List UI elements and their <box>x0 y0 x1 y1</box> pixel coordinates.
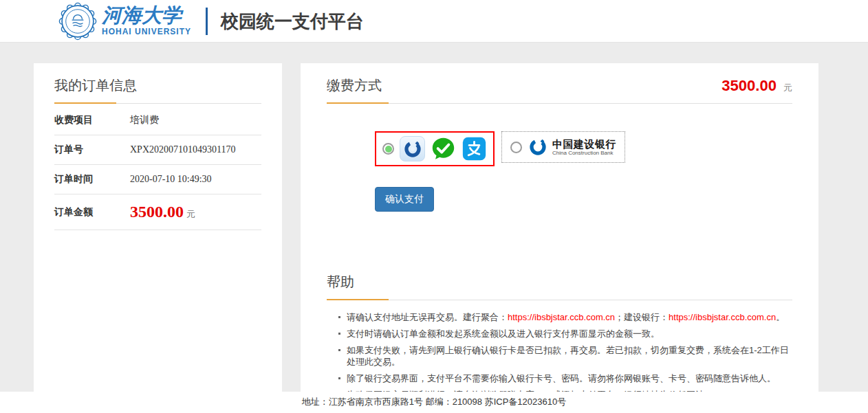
order-row-item: 订单时间 2020-07-10 10:49:30 <box>54 165 261 194</box>
payment-options-row: 中国建设银行 China Construction Bank <box>375 131 792 166</box>
payment-option-aggregate[interactable] <box>375 131 495 166</box>
header-divider <box>206 8 208 35</box>
university-name-en: HOHAI UNIVERSITY <box>102 26 205 37</box>
ccb-bank-logo-icon <box>528 137 548 157</box>
university-name-cn: 河海大学 <box>102 4 205 26</box>
page-title: 校园统一支付平台 <box>221 0 364 43</box>
confirm-payment-button[interactable]: 确认支付 <box>375 187 434 212</box>
help-item: 支付时请确认订单金额和发起系统金额以及进入银行支付界面显示的金额一致。 <box>338 328 792 339</box>
ccb-bank-name-cn: 中国建设银行 <box>552 138 616 150</box>
payment-amount: 3500.00 元 <box>721 77 792 95</box>
hohai-university-seal-icon <box>58 2 97 41</box>
order-row-value: 2020-07-10 10:49:30 <box>130 174 212 185</box>
order-row-item: 订单号 XPX202007101049301170 <box>54 135 261 165</box>
help-section-header: 帮助 <box>327 272 792 300</box>
payment-panel-title: 缴费方式 <box>327 76 382 95</box>
footer-address: 地址：江苏省南京市西康路1号 邮编：210098 苏ICP备12023610号 <box>0 392 868 412</box>
university-wordmark: 河海大学 HOHAI UNIVERSITY <box>102 4 205 37</box>
order-amount-value: 3500.00元 <box>130 203 195 221</box>
ccb-app-icon <box>400 136 425 161</box>
help-item: 如果支付失败，请先到网上银行确认银行卡是否已扣款，再交易。若已扣款，切勿重复交费… <box>338 344 792 368</box>
alipay-icon <box>462 136 487 161</box>
help-item-text: 请确认支付地址无误再交易。建行聚合： <box>347 312 508 322</box>
help-list: 请确认支付地址无误再交易。建行聚合：https://ibsbjstar.ccb.… <box>338 311 792 392</box>
order-amount-unit: 元 <box>186 209 195 219</box>
order-panel-title: 我的订单信息 <box>54 76 261 95</box>
order-row-value: XPX202007101049301170 <box>130 144 236 155</box>
order-row-label: 订单号 <box>54 144 130 156</box>
help-item: 除了银行交易界面，支付平台不需要你输入银行卡号、密码。请勿将你网银账号、卡号、密… <box>338 372 792 384</box>
order-row-label: 订单时间 <box>54 173 130 186</box>
help-item-text: 。 <box>776 312 785 322</box>
radio-aggregate-selected[interactable] <box>382 143 394 155</box>
ccb-bank-name-en: China Construction Bank <box>552 150 616 157</box>
help-section-title: 帮助 <box>327 272 792 291</box>
radio-ccb-bank[interactable] <box>510 142 522 153</box>
wechat-pay-icon <box>431 136 456 161</box>
order-row-label: 订单金额 <box>54 206 130 219</box>
payment-panel-header: 缴费方式 3500.00 元 <box>327 76 792 104</box>
help-item-text: 如果支付失败，请先到网上银行确认银行卡是否已扣款，再交易。若已扣款，切勿重复交费… <box>347 345 789 367</box>
help-item-text: 支付时请确认订单金额和发起系统金额以及进入银行支付界面显示的金额一致。 <box>347 328 660 339</box>
ccb-bank-link[interactable]: https://ibsbjstar.ccb.com.cn <box>669 312 776 322</box>
payment-panel: 缴费方式 3500.00 元 <box>301 63 818 392</box>
header-bar: 河海大学 HOHAI UNIVERSITY 校园统一支付平台 <box>0 0 868 43</box>
order-row-item: 收费项目 培训费 <box>54 106 261 135</box>
order-row-item: 订单金额 3500.00元 <box>54 194 261 230</box>
ccb-bank-brand: 中国建设银行 China Construction Bank <box>528 137 616 157</box>
help-item-text: 除了银行交易界面，支付平台不需要你输入银行卡号、密码。请勿将你网银账号、卡号、密… <box>347 373 776 383</box>
order-info-panel: 我的订单信息 收费项目 培训费 订单号 XPX20200710104930117… <box>34 63 282 392</box>
ccb-aggregate-link[interactable]: https://ibsbjstar.ccb.com.cn <box>508 312 615 322</box>
order-row-label: 收费项目 <box>54 114 130 126</box>
order-row-value: 培训费 <box>130 114 159 126</box>
order-rows: 收费项目 培训费 订单号 XPX202007101049301170 订单时间 … <box>54 106 261 230</box>
order-panel-header: 我的订单信息 <box>54 76 261 104</box>
footer-bar: 地址：江苏省南京市西康路1号 邮编：210098 苏ICP备12023610号 <box>0 392 868 413</box>
help-item-text: ；建设银行： <box>615 312 669 322</box>
help-item: 请确认支付地址无误再交易。建行聚合：https://ibsbjstar.ccb.… <box>338 311 792 323</box>
payment-option-ccb-bank[interactable]: 中国建设银行 China Construction Bank <box>501 131 625 163</box>
payment-amount-unit: 元 <box>783 82 792 93</box>
